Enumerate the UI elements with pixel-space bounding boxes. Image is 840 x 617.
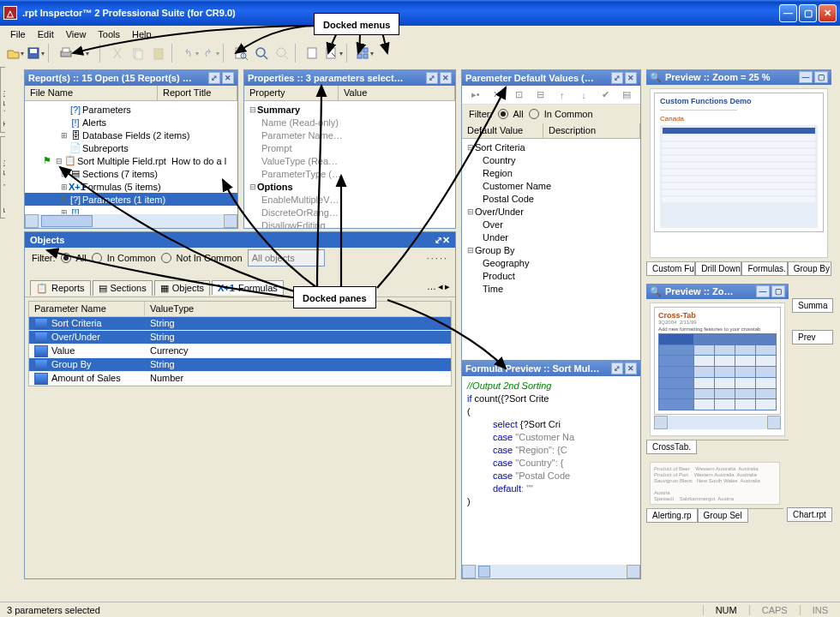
remove-icon[interactable]: ✕ xyxy=(489,86,505,105)
minimize-button[interactable]: — xyxy=(779,4,797,22)
scroll-left-icon[interactable] xyxy=(25,214,39,228)
def-group-sort[interactable]: Sort Criteria xyxy=(475,142,525,153)
tree-db[interactable]: Database Fields (2 items) xyxy=(82,130,189,141)
formula-hscroll[interactable] xyxy=(462,565,640,578)
scroll-right-icon[interactable] xyxy=(224,214,237,228)
pane-properties-close[interactable]: ✕ xyxy=(440,72,452,84)
menu-view[interactable]: View xyxy=(61,27,92,41)
close-button[interactable]: ✕ xyxy=(819,4,837,22)
down-icon[interactable]: ↓ xyxy=(575,86,591,105)
defaults-filter-all-radio[interactable] xyxy=(498,109,508,119)
table-row[interactable]: Sort CriteriaString xyxy=(29,317,451,331)
table-row[interactable]: Group ByString xyxy=(29,358,451,372)
preview1-tab-c[interactable]: Formulas. xyxy=(741,262,787,276)
preview1-min[interactable]: — xyxy=(799,71,813,83)
maximize-button[interactable]: ▢ xyxy=(799,4,817,22)
def-customer[interactable]: Customer Name xyxy=(483,181,551,191)
tab-sections[interactable]: ▤Sections xyxy=(93,280,153,296)
defaults-filter-incommon-radio[interactable] xyxy=(529,109,539,119)
defaults-tree[interactable]: ⊟Sort Criteria Country Region Customer N… xyxy=(462,139,640,297)
def-postal[interactable]: Postal Code xyxy=(483,194,534,204)
apply-icon[interactable]: ✔ xyxy=(597,86,614,105)
table-row[interactable]: Amount of SalesNumber xyxy=(29,372,451,386)
def-time[interactable]: Time xyxy=(483,284,503,294)
def-country[interactable]: Country xyxy=(483,155,516,165)
tree-subreports[interactable]: Subreports xyxy=(82,143,129,153)
toolbar-dots-icon[interactable]: ····· xyxy=(427,253,448,263)
prop-group-options[interactable]: Options xyxy=(257,182,293,192)
preview1-tab-d[interactable]: Group By xyxy=(788,262,831,276)
preview3-tab-right[interactable]: Chart.rpt xyxy=(787,507,832,522)
preview2-tab[interactable]: CrossTab. xyxy=(646,440,697,454)
zoom-in-button[interactable] xyxy=(252,44,271,63)
def-under[interactable]: Under xyxy=(483,232,508,243)
prop-prompt[interactable]: Prompt xyxy=(261,143,291,153)
objects-grid[interactable]: Parameter Name ValueType Sort CriteriaSt… xyxy=(28,301,452,386)
pane-reports-pin[interactable]: ⤢ xyxy=(208,72,220,84)
tab-objects[interactable]: ▦Objects xyxy=(154,280,210,296)
prop-enablemv[interactable]: EnableMultipleV… xyxy=(261,195,339,205)
print-dropdown[interactable] xyxy=(77,44,96,63)
def-geography[interactable]: Geography xyxy=(483,258,529,268)
prop-group-summary[interactable]: Summary xyxy=(257,105,300,115)
undo-button[interactable] xyxy=(180,44,199,63)
tree-formulas[interactable]: Formulas (5 items) xyxy=(82,182,161,192)
def-product[interactable]: Product xyxy=(483,271,515,281)
tree-parameters-1[interactable]: Parameters (1 item) xyxy=(82,195,165,205)
preview3-tab-a[interactable]: Alerting.rp xyxy=(646,509,698,523)
def-over[interactable]: Over xyxy=(483,219,503,230)
menu-help[interactable]: Help xyxy=(127,27,157,41)
tab-scroll-right-icon[interactable]: ▸ xyxy=(445,281,450,292)
prop-discrete[interactable]: DiscreteOrRang… xyxy=(261,207,339,218)
copy-button[interactable] xyxy=(129,44,147,63)
preview2-side-summa[interactable]: Summa xyxy=(792,298,833,313)
tree-sections[interactable]: Sections (7 items) xyxy=(82,169,158,179)
find-button[interactable] xyxy=(231,44,250,63)
def-group-groupby[interactable]: Group By xyxy=(475,245,514,255)
prop-valtype[interactable]: ValueType (Rea… xyxy=(261,156,338,166)
tab-scroll-left-icon[interactable]: ◂ xyxy=(438,281,443,292)
pane-objects-close[interactable]: ✕ xyxy=(442,235,450,246)
prop-paramtype[interactable]: ParameterType (… xyxy=(261,169,341,179)
formula-code[interactable]: //Output 2nd Sorting if count({?Sort Cri… xyxy=(462,376,640,512)
preview2-max[interactable]: ▢ xyxy=(771,285,785,297)
preview1-tab-b[interactable]: Drill Down xyxy=(695,262,741,276)
pane-formula-pin[interactable]: ⤢ xyxy=(611,362,623,374)
pane-defaults-pin[interactable]: ⤢ xyxy=(611,72,623,84)
reports-col-file[interactable]: File Name xyxy=(25,86,158,100)
objects-filter-notincommon-radio[interactable] xyxy=(161,253,171,263)
pane-defaults-close[interactable]: ✕ xyxy=(625,72,637,84)
layout-button[interactable] xyxy=(355,44,374,63)
paste-button[interactable] xyxy=(149,44,168,63)
reports-hscroll[interactable] xyxy=(25,214,237,228)
open-button[interactable] xyxy=(5,44,24,63)
menu-file[interactable]: File xyxy=(5,27,31,41)
def-region[interactable]: Region xyxy=(483,168,513,178)
grid-col-name[interactable]: Parameter Name xyxy=(29,302,145,317)
add-icon[interactable]: ▸• xyxy=(467,86,483,105)
tab-formulas[interactable]: X+1Formulas xyxy=(212,280,284,295)
tab-reports[interactable]: 📋Reports xyxy=(30,280,91,296)
reports-tree[interactable]: File Name Report Title [?]Parameters [!]… xyxy=(25,86,237,228)
properties-grid[interactable]: Property Value ⊟Summary Name (Read-only)… xyxy=(244,86,455,228)
save-button[interactable] xyxy=(26,44,45,63)
pane-objects-pin[interactable]: ⤢ xyxy=(435,235,442,246)
pane-properties-pin[interactable]: ⤢ xyxy=(426,72,438,84)
objects-filter-incommon-radio[interactable] xyxy=(92,253,102,263)
def-group-overunder[interactable]: Over/Under xyxy=(475,207,524,217)
col-property[interactable]: Property xyxy=(244,86,339,100)
objects-filter-all-radio[interactable] xyxy=(61,253,71,263)
prop-name[interactable]: Name (Read-only) xyxy=(261,117,339,128)
col-value[interactable]: Value xyxy=(339,86,455,100)
export-button[interactable] xyxy=(303,44,322,63)
print-button[interactable] xyxy=(57,44,75,63)
tree-alerts[interactable]: Alerts xyxy=(82,117,106,128)
export-dropdown[interactable] xyxy=(324,44,343,63)
menu-edit[interactable]: Edit xyxy=(33,27,59,41)
zoom-out-button[interactable] xyxy=(273,44,291,63)
preview1-tab-a[interactable]: Custom Fu xyxy=(646,262,695,276)
prop-paramname[interactable]: Parameter Name… xyxy=(261,130,343,141)
uncheck-icon[interactable]: ⊟ xyxy=(532,86,549,105)
defaults-col-default[interactable]: Default Value xyxy=(462,123,543,138)
table-row[interactable]: ValueCurrency xyxy=(29,344,451,358)
